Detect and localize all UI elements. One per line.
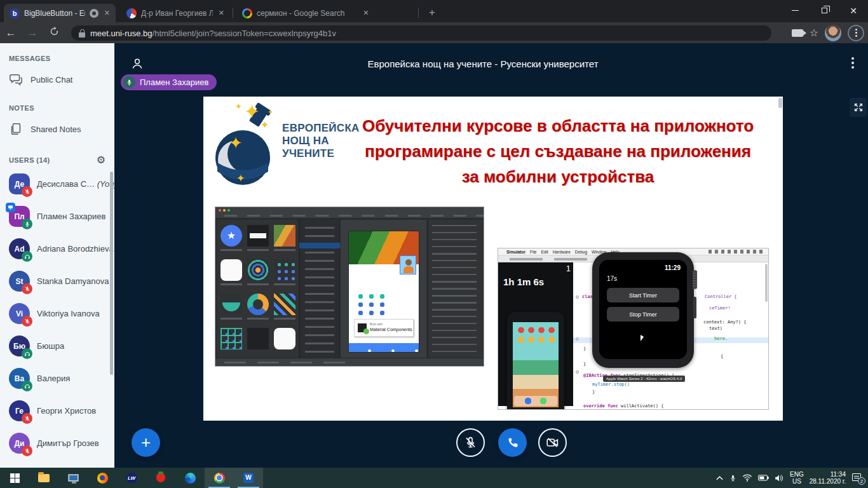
tab-title: сермион - Google Search	[257, 9, 344, 18]
tab-lisichkov[interactable]: Д-р Иван Георгиев Лисичков - ✕	[121, 4, 230, 22]
as-material-card: Built with Material Components	[354, 319, 414, 337]
forward-icon[interactable]: →	[22, 27, 43, 39]
mic-muted-icon	[464, 436, 477, 449]
restore-button[interactable]	[810, 0, 839, 21]
watch-tooltip: Apple Watch Series 2 - 42mm - watchOS 4.…	[603, 376, 685, 382]
users-settings-gear-icon[interactable]: ⚙	[97, 155, 105, 165]
as-material-logo	[358, 323, 367, 332]
shared-notes-label: Shared Notes	[31, 125, 81, 134]
iphone-simulator-panel: 1 1h 1m 6s	[498, 262, 573, 406]
as-status-bar	[215, 358, 484, 366]
tray-mic-icon[interactable]	[729, 473, 736, 483]
user-row[interactable]: Ва Валерия	[0, 362, 114, 395]
firefox-icon[interactable]	[88, 468, 117, 488]
camera-indicator-icon[interactable]	[792, 29, 803, 37]
slide-title: Обучителни курсове в областта на приложн…	[336, 113, 780, 189]
as-phone-preview: Built with Material Components	[349, 231, 419, 352]
screenshare-icon	[6, 203, 15, 212]
watch-crown	[693, 270, 697, 289]
avatar: St	[9, 271, 30, 292]
avatar: Бю	[9, 336, 30, 356]
presentation-slide[interactable]: ✦ ✦ ✦ ✦ ✦ ✦ ЕВРОПЕЙСКА НОЩ НА УЧЕНИТЕ Об…	[203, 97, 783, 421]
as-menustrip	[215, 213, 484, 219]
bbb-app: MESSAGES Public Chat NOTES Shared Notes …	[0, 43, 868, 468]
unmute-button[interactable]	[456, 428, 485, 457]
xcode-simulator-screenshot: Simulator File Edit Hardware Debug Windo…	[498, 248, 769, 410]
stop-timer-button[interactable]: Stop Timer	[607, 307, 679, 322]
share-webcam-button[interactable]	[538, 428, 567, 457]
slide-scrollbar[interactable]	[778, 98, 782, 108]
minimize-button[interactable]	[780, 0, 810, 21]
options-menu-icon[interactable]	[851, 57, 854, 69]
user-row[interactable]: Де Десислава С… (You)	[0, 168, 114, 200]
notification-center-icon[interactable]: 2	[851, 473, 863, 482]
word-taskbar-icon[interactable]: W	[234, 468, 263, 488]
url-bar[interactable]: meet.uni-ruse.bg/html5client/join?sessio…	[71, 25, 771, 41]
avatar: Ва	[9, 368, 30, 389]
tab-bigbluebutton[interactable]: b BigBlueButton - Европейска ✕	[4, 4, 116, 22]
tray-volume-icon[interactable]	[775, 474, 784, 482]
profile-avatar[interactable]	[825, 25, 841, 41]
shared-notes-item[interactable]: Shared Notes	[9, 122, 114, 136]
tab-audio-indicator[interactable]	[90, 9, 98, 18]
user-row[interactable]: Vi Viktoriya Ivanova	[0, 297, 114, 330]
menubar-status-icons	[709, 250, 766, 254]
as-avatar-image	[400, 255, 416, 274]
muted-mic-icon	[22, 445, 32, 456]
close-button[interactable]: ✕	[839, 0, 868, 21]
tab-close-icon[interactable]: ✕	[104, 9, 110, 17]
tab2-favicon	[126, 8, 137, 18]
avatar: Ге	[9, 400, 30, 421]
start-timer-button[interactable]: Start Timer	[607, 288, 679, 302]
clock[interactable]: 11:34 28.11.2020 г.	[810, 471, 846, 485]
user-row[interactable]: Ге Георги Христов	[0, 395, 114, 427]
start-button[interactable]	[0, 468, 29, 488]
language-indicator[interactable]: ENG US	[790, 471, 804, 485]
file-explorer-icon[interactable]	[29, 468, 58, 488]
user-list-scrollbar[interactable]	[110, 172, 113, 375]
tray-wifi-icon[interactable]	[742, 474, 752, 482]
svg-text:✦: ✦	[236, 173, 245, 184]
browser-menu-icon[interactable]	[848, 25, 864, 41]
chrome-taskbar-icon[interactable]	[205, 468, 234, 488]
public-chat-item[interactable]: Public Chat	[9, 72, 114, 86]
talking-indicator[interactable]: Пламен Захариев	[121, 74, 217, 90]
edge-icon[interactable]	[175, 468, 205, 488]
browser-toolbar: ← → meet.uni-ruse.bg/html5client/join?se…	[0, 22, 868, 43]
listen-only-icon	[22, 381, 32, 391]
remote-desktop-icon[interactable]	[58, 468, 88, 488]
new-tab-button[interactable]: +	[424, 5, 440, 20]
actions-plus-button[interactable]: +	[132, 428, 160, 457]
tab-close-icon[interactable]: ✕	[363, 9, 369, 17]
user-row[interactable]: Ди Димитър Грозев	[0, 427, 114, 459]
tab-google-search[interactable]: сермион - Google Search ✕	[236, 4, 414, 22]
user-row[interactable]: Бю Бюшра	[0, 330, 114, 362]
user-row[interactable]: St Stanka Damyanova	[0, 265, 114, 297]
leave-audio-button[interactable]	[498, 428, 527, 457]
tray-battery-icon[interactable]	[758, 475, 769, 481]
as-palette-selected-row	[299, 243, 340, 248]
user-row[interactable]: Ad Adriana Borodzhieva	[0, 233, 114, 265]
bookmark-star-icon[interactable]: ☆	[810, 27, 818, 39]
back-icon[interactable]: ←	[0, 27, 22, 39]
reload-icon[interactable]	[43, 27, 65, 39]
users-heading: USERS (14)	[9, 156, 50, 164]
as-design-canvas: Built with Material Components	[341, 220, 426, 358]
tray-chevron-icon[interactable]	[715, 475, 724, 481]
watch-elapsed: 17s	[607, 275, 617, 282]
tab-title: BigBlueButton - Европейска	[24, 9, 85, 18]
lw-app-icon[interactable]: LW	[117, 468, 146, 488]
fullscreen-icon[interactable]	[850, 98, 867, 117]
watch-side-button	[693, 297, 696, 318]
strawberry-app-icon[interactable]	[146, 468, 175, 488]
messages-heading: MESSAGES	[9, 55, 114, 62]
xcode-scrollbar[interactable]	[765, 264, 768, 302]
svg-text:✦: ✦	[268, 108, 273, 116]
as-titlebar	[215, 207, 484, 213]
svg-text:✦: ✦	[229, 133, 243, 152]
svg-text:✦: ✦	[235, 102, 242, 111]
tab-close-icon[interactable]: ✕	[219, 9, 224, 17]
as-dots-pattern	[354, 292, 390, 316]
user-row[interactable]: Пл Пламен Захариев	[0, 200, 114, 233]
avatar: Ди	[9, 433, 30, 454]
